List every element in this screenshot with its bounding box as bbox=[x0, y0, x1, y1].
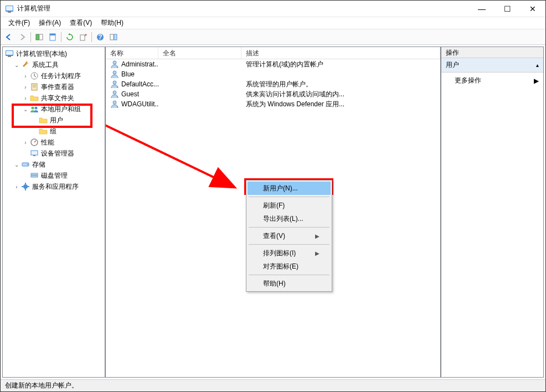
title-bar: 计算机管理 — ☐ ✕ bbox=[1, 1, 545, 17]
context-menu-separator bbox=[249, 244, 329, 245]
context-menu-new-user[interactable]: 新用户(N)... bbox=[248, 182, 331, 195]
window-title: 计算机管理 bbox=[17, 4, 469, 13]
svg-point-20 bbox=[35, 107, 38, 110]
cell-name: Guest bbox=[121, 90, 139, 98]
user-icon bbox=[110, 70, 119, 79]
submenu-arrow-icon: ▶ bbox=[534, 77, 539, 85]
menu-action[interactable]: 操作(A) bbox=[34, 17, 65, 29]
svg-rect-14 bbox=[8, 56, 11, 57]
context-menu-label: 排列图标(I) bbox=[263, 249, 296, 258]
expander-closed-icon[interactable]: › bbox=[22, 138, 29, 146]
actions-more-actions[interactable]: 更多操作 ▶ bbox=[441, 73, 543, 89]
expander-closed-icon[interactable]: › bbox=[22, 72, 29, 80]
tree-shared-folders[interactable]: › 共享文件夹 bbox=[3, 92, 105, 104]
context-menu-refresh[interactable]: 刷新(F) bbox=[248, 199, 331, 212]
context-menu-arrange-icons[interactable]: 排列图标(I)▶ bbox=[248, 246, 331, 260]
expander-closed-icon[interactable]: › bbox=[22, 83, 29, 91]
close-button[interactable]: ✕ bbox=[520, 1, 545, 17]
tree-label: 存储 bbox=[32, 160, 45, 169]
export-button[interactable] bbox=[77, 31, 89, 43]
expander-none bbox=[22, 172, 29, 179]
list-row[interactable]: Blue bbox=[106, 69, 440, 79]
svg-rect-3 bbox=[36, 34, 39, 40]
actions-section-label: 用户 bbox=[446, 60, 459, 70]
tree-services-apps[interactable]: › 服务和应用程序 bbox=[3, 181, 105, 192]
svg-point-29 bbox=[113, 61, 116, 64]
svg-rect-23 bbox=[33, 155, 35, 156]
tree-label: 设备管理器 bbox=[41, 149, 74, 158]
column-header-name[interactable]: 名称 bbox=[106, 47, 158, 59]
tree-disk-management[interactable]: 磁盘管理 bbox=[3, 170, 105, 181]
cell-description: 供来宾访问计算机或访问域的内... bbox=[246, 90, 344, 99]
tree-groups[interactable]: 组 bbox=[3, 126, 105, 137]
column-header-description[interactable]: 描述 bbox=[241, 47, 440, 59]
svg-point-30 bbox=[113, 71, 116, 74]
users-groups-icon bbox=[30, 105, 39, 114]
actions-section-title[interactable]: 用户 ▴ bbox=[441, 58, 543, 73]
context-menu-export-list[interactable]: 导出列表(L)... bbox=[248, 212, 331, 225]
list-pane: 名称 全名 描述 Administrat... 管理计算机(域)的内置帐户 Bl… bbox=[105, 47, 441, 378]
submenu-arrow-icon: ▶ bbox=[315, 250, 320, 256]
show-hide-tree-button[interactable] bbox=[33, 31, 45, 43]
tree-event-viewer[interactable]: › 事件查看器 bbox=[3, 81, 105, 92]
list-body[interactable]: Administrat... 管理计算机(域)的内置帐户 Blue Defaul… bbox=[106, 59, 440, 377]
expander-open-icon[interactable]: ⌄ bbox=[13, 161, 20, 168]
list-row[interactable]: DefaultAcc... 系统管理的用户帐户。 bbox=[106, 79, 440, 89]
expander-open-icon[interactable]: ⌄ bbox=[22, 105, 29, 113]
user-icon bbox=[110, 100, 119, 109]
svg-rect-1 bbox=[6, 6, 13, 11]
properties-button[interactable] bbox=[47, 31, 59, 43]
tree-task-scheduler[interactable]: › 任务计划程序 bbox=[3, 70, 105, 81]
toolbar-separator bbox=[61, 32, 61, 42]
folder-icon bbox=[39, 116, 48, 125]
help-button[interactable]: ? bbox=[94, 31, 106, 43]
tree-storage[interactable]: ⌄ 存储 bbox=[3, 159, 105, 170]
tree-performance[interactable]: › 性能 bbox=[3, 137, 105, 148]
log-icon bbox=[30, 82, 39, 91]
context-menu-align-icons[interactable]: 对齐图标(E) bbox=[248, 260, 331, 273]
context-menu-view[interactable]: 查看(V)▶ bbox=[248, 229, 331, 243]
context-menu-separator bbox=[249, 197, 329, 197]
context-menu-label: 帮助(H) bbox=[263, 279, 286, 288]
list-row[interactable]: WDAGUtilit... 系统为 Windows Defender 应用... bbox=[106, 99, 440, 109]
expander-closed-icon[interactable]: › bbox=[13, 183, 20, 190]
menu-file[interactable]: 文件(F) bbox=[4, 17, 34, 29]
actions-header: 操作 bbox=[441, 47, 543, 58]
actions-item-label: 更多操作 bbox=[455, 76, 481, 85]
tree-label: 性能 bbox=[41, 138, 54, 147]
tree-label: 组 bbox=[50, 127, 56, 136]
action-pane-button[interactable] bbox=[107, 31, 120, 43]
navigation-tree[interactable]: 计算机管理(本地) ⌄ 系统工具 › 任务计划程序 › 事件查看器 › 共享文件… bbox=[3, 47, 105, 377]
tree-system-tools[interactable]: ⌄ 系统工具 bbox=[3, 59, 105, 70]
menu-help[interactable]: 帮助(H) bbox=[96, 17, 128, 29]
minimize-button[interactable]: — bbox=[469, 1, 495, 17]
menu-view[interactable]: 查看(V) bbox=[65, 17, 96, 29]
back-button[interactable] bbox=[3, 31, 15, 43]
tree-local-users-groups[interactable]: ⌄ 本地用户和组 bbox=[3, 104, 105, 115]
svg-point-19 bbox=[32, 107, 34, 110]
computer-icon bbox=[5, 49, 14, 58]
tree-device-manager[interactable]: 设备管理器 bbox=[3, 148, 105, 159]
refresh-button[interactable] bbox=[64, 31, 76, 43]
context-menu-label: 查看(V) bbox=[263, 231, 285, 241]
svg-rect-6 bbox=[50, 34, 55, 35]
list-row[interactable]: Administrat... 管理计算机(域)的内置帐户 bbox=[106, 59, 440, 69]
wrench-icon bbox=[21, 60, 30, 69]
svg-rect-10 bbox=[110, 34, 114, 40]
maximize-button[interactable]: ☐ bbox=[495, 1, 520, 17]
annotation-arrow-icon bbox=[106, 115, 244, 198]
list-row[interactable]: Guest 供来宾访问计算机或访问域的内... bbox=[106, 89, 440, 99]
tree-root[interactable]: 计算机管理(本地) bbox=[3, 48, 105, 59]
tree-label: 本地用户和组 bbox=[41, 105, 81, 114]
expander-closed-icon[interactable]: › bbox=[22, 94, 29, 102]
context-menu-help[interactable]: 帮助(H) bbox=[248, 277, 331, 290]
cell-name: WDAGUtilit... bbox=[121, 100, 158, 108]
svg-rect-11 bbox=[114, 34, 117, 40]
tree-label: 计算机管理(本地) bbox=[16, 49, 67, 59]
svg-rect-13 bbox=[6, 51, 13, 55]
tree-users[interactable]: 用户 bbox=[3, 115, 105, 126]
column-header-fullname[interactable]: 全名 bbox=[158, 47, 241, 59]
expander-open-icon[interactable]: ⌄ bbox=[13, 61, 20, 69]
forward-button[interactable] bbox=[16, 31, 28, 43]
context-menu-separator bbox=[249, 275, 329, 275]
